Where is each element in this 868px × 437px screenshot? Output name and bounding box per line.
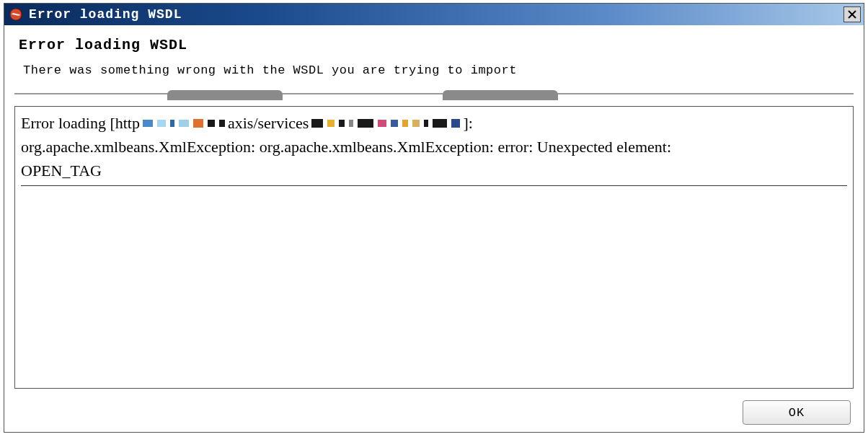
error-underline [21,185,847,186]
dialog-header-description: There was something wrong with the WSDL … [19,63,849,77]
button-row: OK [4,393,864,432]
dialog-header: Error loading WSDL There was something w… [4,25,864,90]
error-line-3: OPEN_TAG [21,159,847,182]
tab-stub [443,90,558,100]
close-button[interactable] [843,6,861,22]
app-icon [9,7,23,22]
tab-stub [167,90,283,100]
redacted-segment [143,117,225,130]
error-line-2: org.apache.xmlbeans.XmlException: org.ap… [21,135,847,159]
content-area: Error loading [http axis/services [4,102,864,393]
header-divider [4,90,864,102]
titlebar: Error loading WSDL [4,4,864,25]
ok-button[interactable]: OK [743,400,851,425]
error-text-panel[interactable]: Error loading [http axis/services [14,106,854,389]
error-dialog: Error loading WSDL Error loading WSDL Th… [4,3,864,433]
redacted-segment [311,117,460,130]
error-line-1: Error loading [http axis/services [21,111,847,135]
error-text-pre-url: Error loading [http [21,111,140,135]
error-text-mid-url: axis/services [228,111,309,135]
close-icon [848,10,856,19]
error-text-post-url: ]: [463,111,472,135]
titlebar-title: Error loading WSDL [29,7,843,22]
dialog-header-title: Error loading WSDL [19,37,849,53]
